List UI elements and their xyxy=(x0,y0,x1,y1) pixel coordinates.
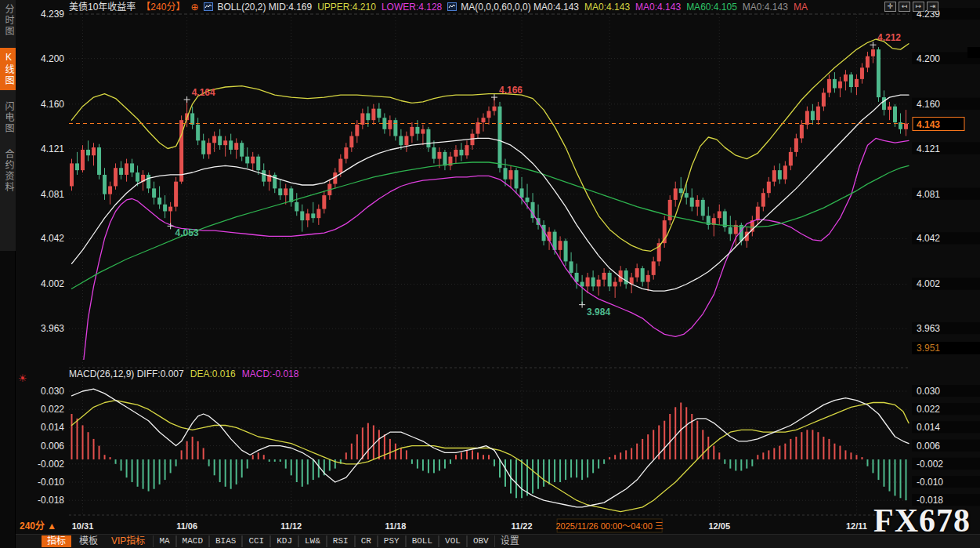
y-tick-right: 3.963 xyxy=(917,323,940,334)
header-seg-10: MA0:4.143 xyxy=(635,2,681,13)
macd-tick-left: -0.018 xyxy=(38,495,64,506)
y-tick-left: 4.002 xyxy=(41,278,64,289)
y-tick-right: 4.160 xyxy=(917,99,940,110)
add-indicator-icon[interactable]: ⊕ xyxy=(190,2,198,13)
trading-app: 分时图K线图闪电图合约资料 4.2394.2394.2004.2004.1604… xyxy=(0,0,980,548)
ma-chart-icon xyxy=(447,2,457,14)
x-tick-12/05: 12/05 xyxy=(709,521,731,531)
fx678-watermark: FX678 xyxy=(873,502,971,539)
toolbar-item-macd[interactable]: MACD xyxy=(176,535,209,547)
annotations: 4.1644.0534.1663.9844.212 xyxy=(168,32,902,317)
boll-upper-line xyxy=(72,39,909,251)
go-latest-icon[interactable]: ⇥ xyxy=(927,2,938,12)
sidebar-item-contract-info[interactable]: 合约资料 xyxy=(0,145,16,197)
y-tick-right: 4.081 xyxy=(917,189,940,200)
toolbar-item-kdj[interactable]: KDJ xyxy=(270,535,298,547)
toolbar-item-lwr[interactable]: LW& xyxy=(298,535,327,547)
sidebar-item-kline-chart[interactable]: K线图 xyxy=(0,48,16,90)
header-seg-12: MA0:4.143 xyxy=(743,2,788,13)
toolbar-item-vip-indicators[interactable]: VIP指标 xyxy=(106,535,150,547)
header-seg-13: MA xyxy=(794,2,808,13)
toolbar-item-cci[interactable]: CCI xyxy=(242,535,270,547)
header-seg-9: MA0:4.143 xyxy=(584,2,630,13)
macd-tick-left: 0.014 xyxy=(41,422,64,433)
x-tick-11/18: 11/18 xyxy=(385,521,406,531)
macd-tick-left: 0.030 xyxy=(41,386,64,397)
toolbar-item-boll[interactable]: BOLL xyxy=(406,535,439,547)
bottom-toolbar: 指标模板VIP指标MAMACDBIASCCIKDJLW&RSICRPSYBOLL… xyxy=(16,534,980,548)
indicator-header: 美债10年收益率【240分】⊕BOLL(20,2) MID:4.169UPPER… xyxy=(69,1,813,13)
header-seg-4: BOLL(20,2) MID:4.169 xyxy=(217,2,312,13)
chart-area: 4.2394.2394.2004.2004.1604.1604.1214.121… xyxy=(16,0,980,548)
y-tick-left: 4.121 xyxy=(41,143,64,154)
date-tooltip-label: 2025/11/26 00:00～04:00 三 xyxy=(555,521,663,531)
candles-group xyxy=(70,45,908,304)
sidebar-tabs: 分时图K线图闪电图合约资料 xyxy=(0,0,16,251)
chart-tool-icons: ✛↤↦⇥ xyxy=(884,2,938,12)
macd-tick-right: 0.014 xyxy=(917,422,940,433)
period-label: 240分 ▲ xyxy=(20,520,56,532)
scroll-left-icon[interactable]: ↤ xyxy=(899,2,910,12)
toolbar-item-vol[interactable]: VOL xyxy=(439,535,467,547)
toolbar-item-ma[interactable]: MA xyxy=(153,535,175,547)
macd-tick-right: -0.010 xyxy=(917,477,943,488)
macd-tick-right: 0.030 xyxy=(917,386,940,397)
x-tick-11/12: 11/12 xyxy=(280,521,302,531)
ma60-line xyxy=(72,162,909,289)
header-seg-0: 美债10年收益率 xyxy=(69,2,136,13)
annotation-3.984: 3.984 xyxy=(587,307,610,318)
macd-header: MACD(26,12,9) DIFF:0.007DEA:0.016MACD:-0… xyxy=(69,368,305,380)
y-tick-right: 4.121 xyxy=(917,143,940,154)
left-sidebar: 分时图K线图闪电图合约资料 xyxy=(0,0,16,548)
annotation-4.166: 4.166 xyxy=(499,85,523,96)
alert-sun-icon[interactable]: ☀ xyxy=(18,372,27,384)
pan-icon[interactable]: ✛ xyxy=(884,2,896,12)
macd-panel xyxy=(72,389,909,512)
annotation-4.212: 4.212 xyxy=(877,32,901,43)
toolbar-item-bias[interactable]: BIAS xyxy=(209,535,242,547)
y-tick-left: 3.963 xyxy=(41,323,64,334)
y-tick-left: 4.239 xyxy=(41,9,64,20)
y-tick-left: 4.200 xyxy=(41,53,64,64)
header-seg-8: MA(0,0,0,60,0,0) MA0:4.143 xyxy=(461,2,579,13)
annotation-4.053: 4.053 xyxy=(175,227,199,238)
header-seg-11: MA60:4.105 xyxy=(686,2,737,13)
x-tick-11/22: 11/22 xyxy=(512,521,533,531)
toolbar-item-settings[interactable]: 设置 xyxy=(495,535,525,547)
x-tick-11/06: 11/06 xyxy=(176,521,197,531)
header-seg-5: UPPER:4.210 xyxy=(317,2,376,13)
scroll-right-icon[interactable]: ↦ xyxy=(913,2,924,12)
boll-chart-icon xyxy=(204,2,213,14)
header-seg-1: DEA:0.016 xyxy=(190,368,236,379)
macd-tick-left: -0.010 xyxy=(38,477,64,488)
toolbar-item-rsi[interactable]: RSI xyxy=(327,535,355,547)
macd-tick-right: 0.022 xyxy=(917,404,940,415)
toolbar-item-psy[interactable]: PSY xyxy=(378,535,406,547)
header-seg-0: MACD(26,12,9) DIFF:0.007 xyxy=(69,368,184,379)
annotation-4.164: 4.164 xyxy=(192,87,215,98)
y-tick-right: 4.042 xyxy=(917,233,940,244)
lower-range-label: 3.951 xyxy=(917,343,940,354)
toolbar-item-templates[interactable]: 模板 xyxy=(74,535,103,547)
sidebar-item-time-chart[interactable]: 分时图 xyxy=(0,0,16,41)
toolbar-item-indicators[interactable]: 指标 xyxy=(42,535,71,547)
y-tick-right: 4.200 xyxy=(917,53,940,64)
x-tick-10/31: 10/31 xyxy=(72,521,94,531)
y-tick-left: 4.160 xyxy=(41,99,64,110)
macd-tick-left: 0.006 xyxy=(41,441,64,452)
header-seg-6: LOWER:4.128 xyxy=(382,2,442,13)
macd-tick-right: 0.006 xyxy=(917,441,940,452)
toolbar-item-obv[interactable]: OBV xyxy=(467,535,495,547)
last-price-label: 4.143 xyxy=(917,119,940,130)
kline-chart-canvas[interactable]: 4.2394.2394.2004.2004.1604.1604.1214.121… xyxy=(16,0,980,533)
toolbar-item-cr[interactable]: CR xyxy=(355,535,378,547)
macd-tick-left: 0.022 xyxy=(41,404,64,415)
header-seg-1: 【240分】 xyxy=(141,2,185,13)
y-tick-left: 4.081 xyxy=(41,189,64,200)
boll-mid-line xyxy=(72,95,909,291)
x-tick-12/11: 12/11 xyxy=(846,521,867,531)
sidebar-item-lightning-chart[interactable]: 闪电图 xyxy=(0,97,16,138)
macd-tick-right: -0.002 xyxy=(917,459,943,470)
macd-tick-left: -0.002 xyxy=(38,459,64,470)
header-seg-2: MACD:-0.018 xyxy=(242,368,299,379)
